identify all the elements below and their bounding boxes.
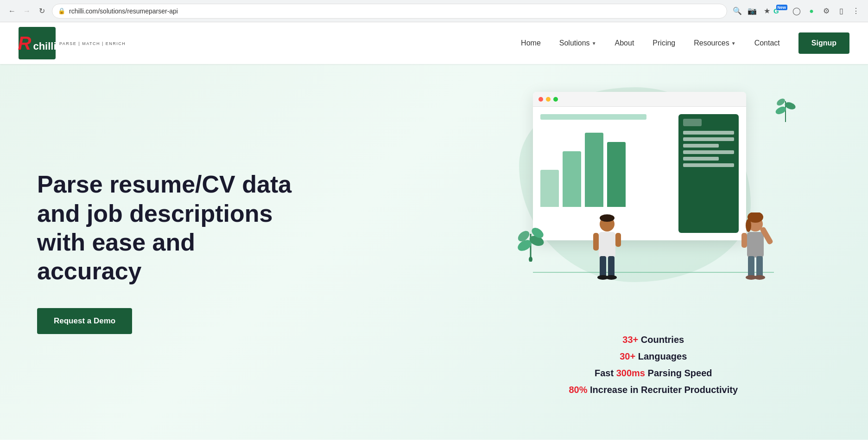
logo-chilli-text: chilli [33,41,56,51]
url-text: rchilli.com/solutions/resumeparser-api [69,7,178,15]
illustration-container [496,83,811,324]
navbar: R chilli PARSE | MATCH | ENRICH Home Sol… [0,22,868,64]
address-bar[interactable]: 🔒 rchilli.com/solutions/resumeparser-api [52,4,727,19]
stat-productivity: 80% Increase in Recruiter Productivity [496,383,811,396]
doc-panel [678,114,739,233]
request-demo-button[interactable]: Request a Demo [37,308,132,334]
bar-3 [585,133,603,207]
plant-right [774,92,797,129]
browser-toolbar-icons: 🔍 📷 ★ G New ◯ ● ⚙ ▯ ⋮ [731,5,862,18]
browser-nav-buttons: ← → ↻ [6,5,48,18]
svg-rect-17 [593,233,599,251]
doc-line-2 [683,137,734,141]
forward-button[interactable]: → [20,5,33,18]
doc-line-1 [683,131,734,135]
person-left [589,212,626,287]
svg-rect-24 [756,256,763,277]
reload-button[interactable]: ↻ [35,5,48,18]
doc-line-5 [683,157,719,161]
person-right [737,212,774,287]
hero-section: Parse resume/CV data and job description… [0,64,868,440]
chart-bars [540,123,673,207]
website: R chilli PARSE | MATCH | ENRICH Home Sol… [0,22,868,440]
nav-home[interactable]: Home [513,35,548,51]
camera-icon-btn[interactable]: 📷 [746,5,759,18]
new-badge: New [776,5,788,10]
extensions-icon-btn[interactable]: ▯ [835,5,848,18]
svg-rect-22 [747,232,764,257]
back-button[interactable]: ← [6,5,19,18]
logo-area: R chilli PARSE | MATCH | ENRICH [19,27,126,59]
window-content [533,107,746,240]
stats-area: 33+ Countries 30+ Languages Fast 300ms P… [496,324,811,396]
bar-1 [540,170,559,207]
plant-left [514,220,547,268]
svg-point-21 [746,219,751,232]
svg-rect-18 [615,233,621,247]
hero-right: 33+ Countries 30+ Languages Fast 300ms P… [457,64,868,440]
bar-2 [563,151,581,207]
vpn-icon-btn[interactable]: ◯ [790,5,803,18]
stat-languages: 30+ Languages [496,350,811,363]
window-titlebar [533,92,746,107]
svg-point-26 [754,275,765,280]
menu-icon-btn[interactable]: ⋮ [849,5,862,18]
dot-green [553,97,558,102]
logo-text: chilli [31,41,56,51]
svg-rect-28 [741,233,747,248]
nav-about[interactable]: About [608,35,642,51]
svg-rect-23 [748,256,754,277]
nav-links: Home Solutions ▼ About Pricing Resources… [513,32,849,54]
doc-header-box [683,119,702,126]
dot-yellow [546,97,551,102]
svg-rect-13 [600,256,606,277]
nav-solutions[interactable]: Solutions ▼ [552,35,604,51]
dashboard-window [533,92,746,240]
hero-left: Parse resume/CV data and job description… [0,64,457,440]
svg-point-9 [775,97,786,107]
doc-line-3 [683,144,719,148]
stat-countries: 33+ Countries [496,333,811,346]
lock-icon: 🔒 [58,7,65,14]
signup-button[interactable]: Signup [798,32,849,54]
logo-box: R chilli [19,27,56,59]
nav-contact[interactable]: Contact [747,35,787,51]
logo-r: R [18,34,32,52]
logo-tagline: PARSE | MATCH | ENRICH [59,41,126,46]
hero-title: Parse resume/CV data and job description… [37,170,306,286]
doc-line-6 [683,163,734,167]
svg-point-11 [600,214,615,222]
nav-pricing[interactable]: Pricing [645,35,683,51]
resources-dropdown-arrow: ▼ [731,41,736,46]
search-icon-btn[interactable]: 🔍 [731,5,744,18]
profile-icon-btn[interactable]: ● [805,5,818,18]
bookmark-icon-btn[interactable]: ★ [760,5,773,18]
grammarly-icon-btn[interactable]: G New [775,5,788,18]
svg-rect-14 [608,256,615,277]
svg-point-16 [606,275,617,280]
solutions-dropdown-arrow: ▼ [592,41,596,46]
browser-chrome: ← → ↻ 🔒 rchilli.com/solutions/resumepars… [0,0,868,22]
stat-speed: Fast 300ms Parsing Speed [496,367,811,380]
dot-red [539,97,543,102]
bar-4 [607,142,626,207]
doc-line-4 [683,150,734,154]
svg-rect-12 [599,232,615,257]
settings-icon-btn[interactable]: ⚙ [820,5,833,18]
nav-resources[interactable]: Resources ▼ [686,35,743,51]
chart-header-bar [540,114,646,120]
